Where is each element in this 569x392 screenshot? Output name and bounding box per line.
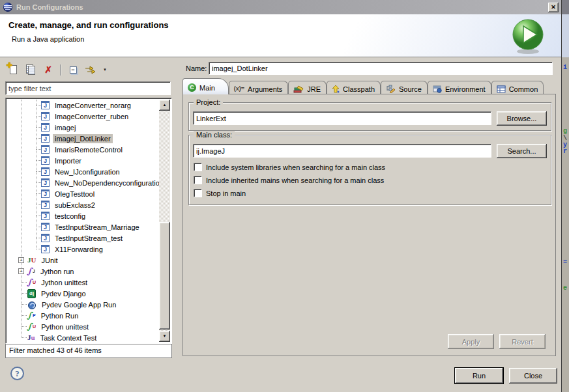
- scroll-up-button[interactable]: ▲: [159, 100, 170, 111]
- tree-item-jython-unittest[interactable]: ∫UJython unittest: [7, 277, 159, 288]
- tab-source[interactable]: Source: [381, 81, 428, 94]
- tree-item-imarisremotecontrol[interactable]: JImarisRemoteControl: [7, 144, 159, 155]
- header-subtitle: Run a Java application: [12, 35, 84, 43]
- tree-item-junit[interactable]: +JUJUnit: [7, 255, 159, 266]
- tree-item-label: Python Run: [39, 311, 80, 320]
- java-app-icon: J: [41, 156, 50, 165]
- tree-item-x11forwarding[interactable]: JX11Forwarding: [7, 244, 159, 255]
- tree-item-label: Jython run: [38, 267, 76, 276]
- scroll-thumb[interactable]: [159, 222, 170, 329]
- scroll-down-button[interactable]: ▼: [159, 331, 170, 342]
- eclipse-icon: [3, 2, 13, 12]
- apply-button[interactable]: Apply: [448, 334, 494, 349]
- revert-button[interactable]: Revert: [499, 334, 546, 349]
- tree-items-container: JImageConverter_norargJImageConverter_ru…: [7, 100, 159, 342]
- tree-item-label: ImageConverter_ruben: [53, 112, 130, 121]
- run-button[interactable]: Run: [455, 368, 503, 384]
- tree-item-olegtesttool[interactable]: JOlegTesttool: [7, 188, 159, 199]
- jython-unittest-icon: ∫U: [27, 278, 36, 287]
- tab-common[interactable]: Common: [491, 81, 544, 94]
- close-icon[interactable]: ✕: [548, 3, 559, 12]
- tree-scrollbar[interactable]: ▲ ▼: [159, 100, 170, 342]
- tree-item-label: TestInputStream_test: [53, 234, 124, 243]
- help-button[interactable]: ?: [10, 367, 24, 380]
- new-configuration-button[interactable]: ✚: [7, 63, 20, 76]
- background-workbench: ig\yr=e: [562, 0, 569, 392]
- delete-configuration-button[interactable]: ✗: [42, 63, 55, 76]
- tab-label: Common: [509, 85, 538, 93]
- background-text-fragment: =: [563, 259, 567, 266]
- python-run-icon: ∫P: [27, 311, 36, 320]
- tree-item-imagej[interactable]: Jimagej: [7, 122, 159, 133]
- filter-dropdown-button[interactable]: ▼: [102, 63, 108, 76]
- toolbar-separator: [60, 64, 61, 76]
- checkbox-label: Include inherited mains when searching f…: [206, 176, 384, 184]
- main-class-input[interactable]: [193, 144, 491, 158]
- filter-input[interactable]: [5, 81, 171, 95]
- tree-connector: [36, 216, 41, 216]
- java-app-icon: J: [41, 178, 50, 188]
- tree-item-testconfig[interactable]: Jtestconfig: [7, 210, 159, 221]
- java-app-icon: J: [41, 189, 50, 199]
- tree-item-pydev-google-app-run[interactable]: Pydev Google App Run: [7, 299, 159, 310]
- expand-toggle[interactable]: +: [18, 257, 24, 263]
- configurations-tree: JImageConverter_norargJImageConverter_ru…: [5, 98, 172, 344]
- tree-item-subexclass2[interactable]: JsubExclass2: [7, 199, 159, 210]
- duplicate-configuration-button[interactable]: [24, 63, 37, 76]
- tree-item-testinputstream-marriage[interactable]: JTestInputStream_Marriage: [7, 221, 159, 232]
- checkbox-stop-in-main[interactable]: [194, 189, 202, 197]
- gae-icon: [27, 300, 36, 309]
- task-context-icon: Ju: [27, 333, 35, 343]
- tab-main[interactable]: CMain: [182, 78, 229, 94]
- tree-item-imagej-dotlinker[interactable]: Jimagej_DotLinker: [7, 133, 159, 144]
- tree-connector: [22, 315, 27, 316]
- tab-arguments[interactable]: (x)=Arguments: [229, 81, 288, 94]
- run-configurations-dialog: Run Configurations ✕ Create, manage, and…: [0, 0, 562, 392]
- filter-launch-configurations-button[interactable]: [84, 63, 97, 76]
- main-tab-content: Project: Browse... Main class: Search...…: [182, 94, 556, 356]
- jre-tab-icon: [293, 85, 304, 94]
- collapse-all-icon: −: [70, 66, 77, 74]
- tab-jre[interactable]: JRE: [288, 81, 327, 94]
- tree-item-label: New_NoDependencyconfiguration: [53, 178, 166, 188]
- new-configuration-icon: ✚: [10, 65, 17, 74]
- tree-item-label: TestInputStream_Marriage: [53, 223, 141, 232]
- tree-item-imageconverter-norarg[interactable]: JImageConverter_norarg: [7, 100, 159, 111]
- tree-item-task-context-test[interactable]: JuTask Context Test: [7, 332, 159, 343]
- tree-item-label: Importer: [53, 156, 83, 165]
- java-app-icon: J: [41, 112, 50, 121]
- java-app-icon: J: [41, 101, 50, 110]
- tree-item-python-run[interactable]: ∫PPython Run: [7, 310, 159, 321]
- tab-environment[interactable]: Environment: [428, 81, 491, 94]
- checkbox-include-system-libraries-when-searching-for-a-main-class[interactable]: [194, 163, 202, 171]
- tree-item-pydev-django[interactable]: djPydev Django: [7, 288, 159, 299]
- collapse-all-button[interactable]: −: [66, 63, 80, 76]
- tree-connector: [36, 171, 41, 172]
- search-button[interactable]: Search...: [497, 144, 547, 158]
- tree-connector: [36, 193, 41, 194]
- tree-item-new-ijconfiguration[interactable]: JNew_IJconfiguration: [7, 166, 159, 177]
- tree-item-testinputstream-test[interactable]: JTestInputStream_test: [7, 232, 159, 244]
- header-title: Create, manage, and run configurations: [8, 20, 169, 30]
- checkbox-label: Include system libraries when searching …: [206, 163, 385, 171]
- close-button[interactable]: Close: [509, 368, 557, 384]
- tab-label: JRE: [307, 85, 321, 93]
- tree-item-label: testconfig: [53, 212, 87, 221]
- tree-item-importer[interactable]: JImporter: [7, 155, 159, 166]
- project-input[interactable]: [193, 111, 491, 125]
- name-input[interactable]: [209, 62, 553, 75]
- tree-item-imageconverter-ruben[interactable]: JImageConverter_ruben: [7, 111, 159, 122]
- expand-toggle[interactable]: +: [18, 268, 24, 274]
- checkbox-include-inherited-mains-when-searching-for-a-main-class[interactable]: [194, 176, 202, 184]
- tab-label: Classpath: [343, 85, 375, 93]
- tree-connector: [36, 149, 41, 150]
- tree-item-python-unittest[interactable]: ∫UPython unittest: [7, 321, 159, 332]
- tree-item-new-nodependencyconfiguration[interactable]: JNew_NoDependencyconfiguration: [7, 177, 159, 188]
- background-titlebar-strip: [562, 0, 569, 14]
- title-bar[interactable]: Run Configurations ✕: [0, 0, 561, 14]
- tree-item-label: New_IJconfiguration: [53, 167, 122, 176]
- tab-classpath[interactable]: Classpath: [327, 81, 381, 94]
- browse-button[interactable]: Browse...: [497, 111, 547, 126]
- tree-connector: [22, 293, 27, 294]
- tree-item-jython-run[interactable]: +∫JJython run: [7, 266, 159, 277]
